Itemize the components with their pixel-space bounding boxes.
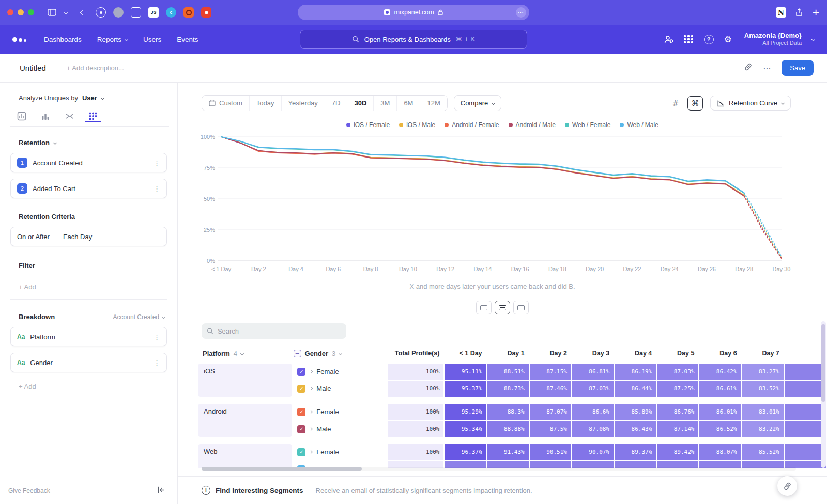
annotations-hash-button[interactable]: # xyxy=(668,96,683,111)
breakdown-card-platform[interactable]: Aa Platform ⋮ xyxy=(10,327,167,346)
gender-cell[interactable]: ✓Female xyxy=(293,444,388,460)
chart-type-dropdown[interactable]: Retention Curve xyxy=(710,96,791,111)
gender-cell[interactable]: ✓Female xyxy=(293,364,388,380)
browser-sidebar-toggle-icon[interactable] xyxy=(48,9,56,16)
vertical-scrollbar-thumb[interactable] xyxy=(821,324,825,402)
retention-cell-day-6[interactable]: 86.52% xyxy=(699,421,741,437)
retention-cell-day-6[interactable]: 86.01% xyxy=(699,404,741,420)
date-range-3m[interactable]: 3M xyxy=(373,96,396,111)
step-menu-icon[interactable]: ⋮ xyxy=(154,159,160,167)
retention-cell-day-6[interactable]: 88.07% xyxy=(699,444,741,460)
minimize-window-button[interactable] xyxy=(18,9,24,15)
retention-cell-day-2[interactable]: 90.51% xyxy=(530,444,571,460)
mixpanel-logo[interactable] xyxy=(12,37,26,42)
red-app-favicon[interactable] xyxy=(201,7,211,18)
platform-cell[interactable]: Android xyxy=(198,404,292,437)
platform-cell[interactable]: iOS xyxy=(198,364,292,397)
gender-cell[interactable]: ✓Female xyxy=(293,404,388,420)
package-favicon[interactable] xyxy=(131,7,141,18)
share-icon[interactable] xyxy=(795,8,803,17)
javascript-favicon[interactable]: JS xyxy=(148,7,159,18)
breakdown-card-gender[interactable]: Aa Gender ⋮ xyxy=(10,353,167,372)
breakdown-scope-dropdown[interactable]: Account Created xyxy=(113,313,165,321)
shortcuts-command-button[interactable]: ⌘ xyxy=(687,96,703,111)
criteria-interval-dropdown[interactable]: Each Day xyxy=(63,233,92,241)
chart-only-view-button[interactable] xyxy=(476,301,492,314)
vertical-scrollbar[interactable] xyxy=(821,321,826,468)
table-only-view-button[interactable] xyxy=(513,301,529,314)
retention-cell-day-0[interactable]: 95.34% xyxy=(445,421,486,437)
tab-insights[interactable] xyxy=(17,111,27,121)
retention-cell-day-3[interactable]: 87.08% xyxy=(572,421,614,437)
tab-funnels[interactable] xyxy=(40,111,51,121)
retention-cell-day-7[interactable]: 85.52% xyxy=(742,444,784,460)
date-range-30d[interactable]: 30D xyxy=(347,96,373,111)
notion-extension-icon[interactable]: N xyxy=(776,7,786,18)
collapse-sidebar-icon[interactable] xyxy=(157,486,165,495)
split-view-button[interactable] xyxy=(495,301,510,314)
filter-add-button[interactable]: + Add xyxy=(19,283,167,291)
date-range-today[interactable]: Today xyxy=(249,96,281,111)
step-card-account-created[interactable]: 1 Account Created ⋮ xyxy=(10,153,167,172)
gray-dot-favicon[interactable] xyxy=(113,7,124,18)
url-more-button[interactable]: ⋯ xyxy=(516,7,526,18)
retention-cell-day-7[interactable]: 83.22% xyxy=(742,421,784,437)
data-management-icon[interactable] xyxy=(664,35,673,44)
date-range-yesterday[interactable]: Yesterday xyxy=(281,96,325,111)
retention-cell-day-7[interactable]: 83.52% xyxy=(742,381,784,397)
breakdown-menu-icon[interactable]: ⋮ xyxy=(154,333,160,341)
retention-cell-day-5[interactable]: 89.42% xyxy=(657,444,698,460)
nav-item-dashboards[interactable]: Dashboards xyxy=(44,36,82,43)
retention-cell-day-5[interactable]: 87.03% xyxy=(657,364,698,380)
retention-cell-day-0[interactable]: 95.37% xyxy=(445,381,486,397)
tab-retention[interactable] xyxy=(88,111,98,121)
retention-cell-day-1[interactable]: 88.3% xyxy=(487,404,529,420)
retention-cell-day-5[interactable]: 86.76% xyxy=(657,404,698,420)
criteria-mode-dropdown[interactable]: On or After xyxy=(17,233,50,241)
step-menu-icon[interactable]: ⋮ xyxy=(154,185,160,193)
nav-item-users[interactable]: Users xyxy=(143,36,161,43)
legend-item-web-female[interactable]: Web / Female xyxy=(565,121,610,129)
retention-cell-day-2[interactable]: 87.15% xyxy=(530,364,571,380)
series-checkbox[interactable]: ✓ xyxy=(297,385,305,393)
retention-cell-day-4[interactable]: 86.44% xyxy=(615,381,656,397)
close-window-button[interactable] xyxy=(7,9,13,15)
legend-item-ios-female[interactable]: iOS / Female xyxy=(346,121,390,129)
expand-row-chevron-icon[interactable] xyxy=(309,410,313,414)
retention-cell-day-1[interactable]: 88.73% xyxy=(487,381,529,397)
retention-cell-day-2[interactable]: 87.5% xyxy=(530,421,571,437)
c-circle-favicon[interactable]: c xyxy=(166,7,176,18)
compare-button[interactable]: Compare xyxy=(454,95,501,111)
retention-cell-day-0[interactable]: 95.29% xyxy=(445,404,486,420)
retention-cell-day-3[interactable]: 87.03% xyxy=(572,381,614,397)
retention-cell-day-4[interactable]: 86.43% xyxy=(615,421,656,437)
horizontal-scrollbar[interactable] xyxy=(202,467,796,471)
help-icon[interactable]: ? xyxy=(704,35,714,44)
retention-cell-day-5[interactable]: 87.14% xyxy=(657,421,698,437)
find-segments-title[interactable]: Find Interesting Segments xyxy=(216,486,303,494)
tab-flows[interactable] xyxy=(64,111,74,121)
account-switcher[interactable]: Amazonia {Demo} All Project Data xyxy=(744,32,802,47)
url-bar[interactable]: mixpanel.com ⋯ xyxy=(298,5,529,20)
retention-cell-day-3[interactable]: 90.07% xyxy=(572,444,614,460)
expand-row-chevron-icon[interactable] xyxy=(309,387,313,390)
retention-cell-day-4[interactable]: 85.89% xyxy=(615,404,656,420)
report-title[interactable]: Untitled xyxy=(20,64,46,72)
select-all-checkbox[interactable]: − xyxy=(294,350,301,357)
platform-cell[interactable]: Web xyxy=(198,444,292,468)
retention-cell-day-2[interactable]: 87.07% xyxy=(530,404,571,420)
back-button[interactable] xyxy=(81,11,84,14)
zoom-window-button[interactable] xyxy=(28,9,34,15)
retention-cell-day-5[interactable]: 87.25% xyxy=(657,381,698,397)
retention-criteria-card[interactable]: On or After Each Day xyxy=(10,227,167,246)
horizontal-scrollbar-thumb[interactable] xyxy=(202,467,362,471)
gender-cell[interactable]: ✓Male xyxy=(293,381,388,397)
step-card-added-to-cart[interactable]: 2 Added To Cart ⋮ xyxy=(10,179,167,198)
legend-item-android-female[interactable]: Android / Female xyxy=(445,121,499,129)
table-search-input[interactable] xyxy=(218,327,341,335)
retention-cell-day-1[interactable]: 91.43% xyxy=(487,444,529,460)
share-link-fab[interactable] xyxy=(777,476,797,496)
gender-column-header[interactable]: −Gender3 xyxy=(294,350,388,357)
platform-column-header[interactable]: Platform4 xyxy=(198,350,294,357)
nav-item-events[interactable]: Events xyxy=(177,36,198,43)
